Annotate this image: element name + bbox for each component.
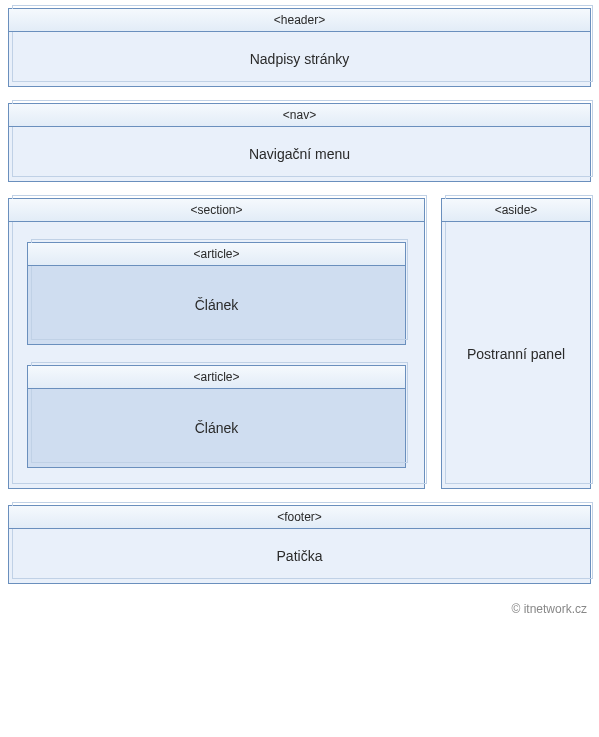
nav-block: <nav> Navigační menu bbox=[8, 103, 591, 182]
footer-block: <footer> Patička bbox=[8, 505, 591, 584]
article-block: <article> Článek bbox=[27, 365, 406, 468]
nav-content-label: Navigační menu bbox=[9, 127, 590, 181]
aside-content-label: Postranní panel bbox=[442, 222, 590, 486]
header-tag-label: <header> bbox=[9, 9, 590, 32]
article-tag-label: <article> bbox=[28, 366, 405, 389]
footer-tag-label: <footer> bbox=[9, 506, 590, 529]
nav-tag-label: <nav> bbox=[9, 104, 590, 127]
article-content-label: Článek bbox=[28, 389, 405, 467]
section-block: <section> <article> Článek <article> Člá… bbox=[8, 198, 425, 489]
aside-tag-label: <aside> bbox=[442, 199, 590, 222]
article-block: <article> Článek bbox=[27, 242, 406, 345]
article-tag-label: <article> bbox=[28, 243, 405, 266]
attribution-text: © itnetwork.cz bbox=[8, 600, 591, 616]
section-tag-label: <section> bbox=[9, 199, 424, 222]
main-row: <section> <article> Článek <article> Člá… bbox=[8, 198, 591, 489]
footer-content-label: Patička bbox=[9, 529, 590, 583]
header-block: <header> Nadpisy stránky bbox=[8, 8, 591, 87]
header-content-label: Nadpisy stránky bbox=[9, 32, 590, 86]
aside-block: <aside> Postranní panel bbox=[441, 198, 591, 489]
article-content-label: Článek bbox=[28, 266, 405, 344]
